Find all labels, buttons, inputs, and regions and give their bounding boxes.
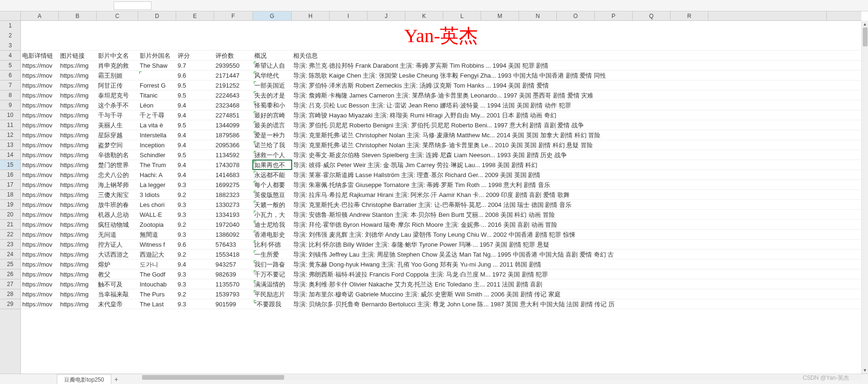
cell-E27[interactable]: 9.3: [176, 279, 214, 289]
cell-B22[interactable]: https://img: [59, 230, 97, 239]
row-header-1[interactable]: 123: [0, 21, 20, 51]
cell-E18[interactable]: 9.2: [176, 190, 214, 199]
col-header-P[interactable]: P: [595, 11, 633, 20]
cell-H16[interactable]: 导演: 莱塞·霍尔斯道姆 Lasse Hallström 主演: 理查·基尔 R…: [292, 170, 860, 179]
cell-G26[interactable]: 千万不要记: [253, 269, 292, 279]
cell-A16[interactable]: https://mov: [21, 170, 59, 179]
cell-H21[interactable]: 导演: 拜伦·霍华德 Byron Howard 瑞奇·摩尔 Rich Moore…: [292, 220, 860, 229]
row-header-15[interactable]: 15: [0, 160, 20, 170]
cell-C16[interactable]: 忠犬八公的: [97, 170, 138, 179]
row-header-23[interactable]: 23: [0, 240, 20, 250]
cell-H11[interactable]: 导演: 罗伯托·贝尼尼 Roberto Benigni 主演: 罗伯托·贝尼尼 …: [292, 120, 860, 130]
cell-B14[interactable]: https://img: [59, 150, 97, 160]
col-header-J[interactable]: J: [367, 11, 405, 20]
cell-H19[interactable]: 导演: 克里斯托夫·巴拉蒂 Christophe Barratier 主演: 让…: [292, 200, 860, 209]
cell-F21[interactable]: 1972040: [214, 220, 253, 229]
cell-F29[interactable]: 901599: [214, 299, 253, 309]
cell-F19[interactable]: 1330273: [214, 200, 253, 209]
cell-C23[interactable]: 控方证人: [97, 240, 138, 249]
row-headers[interactable]: 1232345678910111213141516171819202122232…: [0, 21, 21, 374]
cell-C13[interactable]: 盗梦空间: [97, 140, 138, 150]
cell-C24[interactable]: 大话西游之: [97, 250, 138, 259]
cell-C8[interactable]: 泰坦尼克号: [97, 90, 138, 100]
cell-H29[interactable]: 导演: 贝纳尔多·贝托鲁奇 Bernardo Bertolucci 主演: 尊龙…: [292, 299, 860, 309]
col-header-G[interactable]: G: [253, 11, 292, 20]
cell-E8[interactable]: 9.5: [176, 90, 214, 100]
cell-B24[interactable]: https://img: [59, 250, 97, 259]
select-all-corner[interactable]: [0, 11, 21, 21]
cell-F7[interactable]: 2191252: [214, 80, 253, 90]
cell-C26[interactable]: 教父: [97, 269, 138, 279]
cell-F27[interactable]: 1135570: [214, 279, 253, 289]
cell-B19[interactable]: https://img: [59, 200, 97, 209]
vscroll-thumb[interactable]: [863, 27, 868, 46]
cell-F5[interactable]: 2939550: [214, 61, 253, 70]
cell-G9[interactable]: 怪蜀黍和小: [253, 100, 292, 110]
col-header-F[interactable]: F: [214, 11, 253, 20]
scroll-down-icon[interactable]: ▼: [862, 367, 868, 374]
row-header-21[interactable]: 21: [0, 220, 20, 230]
cell-B11[interactable]: https://img: [59, 120, 97, 130]
cell-D5[interactable]: The Shaw: [138, 61, 176, 70]
cell-B21[interactable]: https://img: [59, 220, 97, 229]
cell-H8[interactable]: 导演: 詹姆斯·卡梅隆 James Cameron 主演: 莱昂纳多·迪卡普里奥…: [292, 90, 860, 100]
row-header-19[interactable]: 19: [0, 200, 20, 210]
cell-D25[interactable]: 도가니: [138, 259, 176, 269]
cell-A26[interactable]: https://mov: [21, 269, 59, 279]
cell-A19[interactable]: https://mov: [21, 200, 59, 209]
cell-G20[interactable]: 小瓦力，大: [253, 210, 292, 219]
cell-F23[interactable]: 576433: [214, 240, 253, 249]
cell-G25[interactable]: 我们一路奋: [253, 259, 292, 269]
cell-B10[interactable]: https://img: [59, 110, 97, 120]
cell-C14[interactable]: 辛德勒的名: [97, 150, 138, 160]
cell-H25[interactable]: 导演: 黄东赫 Dong-hyuk Hwang 主演: 孔侑 Yoo Gong …: [292, 259, 860, 269]
row-header-4[interactable]: 4: [0, 51, 20, 61]
cell-H28[interactable]: 导演: 加布里尔·穆奇诺 Gabriele Muccino 主演: 威尔·史密斯…: [292, 289, 860, 299]
cell-G22[interactable]: 香港电影史: [253, 230, 292, 239]
cell-F25[interactable]: 943257: [214, 259, 253, 269]
cell-C27[interactable]: 触不可及: [97, 279, 138, 289]
cell-H7[interactable]: 导演: 罗伯特·泽米吉斯 Robert Zemeckis 主演: 汤姆·汉克斯 …: [292, 80, 860, 90]
formula-input[interactable]: [114, 1, 152, 10]
cell-F14[interactable]: 1134592: [214, 150, 253, 160]
cell-E5[interactable]: 9.7: [176, 61, 214, 70]
column-headers[interactable]: ABCDEFGHIJKLMNOPQR: [21, 11, 861, 21]
cell-H12[interactable]: 导演: 克里斯托弗·诺兰 Christopher Nolan 主演: 马修·麦康…: [292, 130, 860, 140]
cell-B27[interactable]: https://img: [59, 279, 97, 289]
cell-C7[interactable]: 阿甘正传: [97, 80, 138, 90]
cell-F18[interactable]: 1882323: [214, 190, 253, 199]
cell-H20[interactable]: 导演: 安德鲁·斯坦顿 Andrew Stanton 主演: 本·贝尔特 Ben…: [292, 210, 860, 219]
cell-G17[interactable]: 每个人都要: [253, 180, 292, 189]
cell-E10[interactable]: 9.4: [176, 110, 214, 120]
cell-D7[interactable]: Forrest G: [138, 80, 176, 90]
cell-F11[interactable]: 1344099: [214, 120, 253, 130]
row-header-20[interactable]: 20: [0, 210, 20, 220]
cell-F12[interactable]: 1879586: [214, 130, 253, 140]
cell-A5[interactable]: https://mov: [21, 61, 59, 70]
col-header-Q[interactable]: Q: [633, 11, 671, 20]
cell-B16[interactable]: https://img: [59, 170, 97, 179]
row-header-13[interactable]: 13: [0, 140, 20, 150]
cell-H13[interactable]: 导演: 克里斯托弗·诺兰 Christopher Nolan 主演: 莱昂纳多·…: [292, 140, 860, 150]
cell-D9[interactable]: Léon: [138, 100, 176, 110]
cell-F22[interactable]: 1386092: [214, 230, 253, 239]
cell-G8[interactable]: 失去的才是: [253, 90, 292, 100]
row-header-16[interactable]: 16: [0, 170, 20, 180]
cell-E13[interactable]: 9.4: [176, 140, 214, 150]
cell-C29[interactable]: 末代皇帝: [97, 299, 138, 309]
cell-E16[interactable]: 9.4: [176, 170, 214, 179]
vertical-scrollbar[interactable]: ▲ ▼: [861, 21, 868, 374]
cell-E26[interactable]: 9.3: [176, 269, 214, 279]
cell-B28[interactable]: https://img: [59, 289, 97, 299]
scroll-up-icon[interactable]: ▲: [862, 21, 868, 27]
cell-C19[interactable]: 放牛班的春: [97, 200, 138, 209]
col-header-B[interactable]: B: [59, 11, 97, 20]
row-header-12[interactable]: 12: [0, 130, 20, 140]
cell-A9[interactable]: https://mov: [21, 100, 59, 110]
cell-E15[interactable]: 9.4: [176, 160, 214, 170]
cell-A27[interactable]: https://mov: [21, 279, 59, 289]
cell-F28[interactable]: 1539793: [214, 289, 253, 299]
cell-G13[interactable]: 诺兰给了我: [253, 140, 292, 150]
cell-D29[interactable]: The Last: [138, 299, 176, 309]
row-header-26[interactable]: 26: [0, 269, 20, 279]
